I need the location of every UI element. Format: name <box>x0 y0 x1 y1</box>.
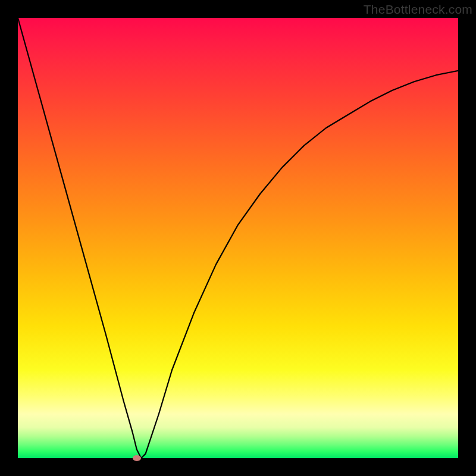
curve-layer <box>18 18 458 458</box>
watermark-text: TheBottleneck.com <box>364 2 472 17</box>
minimum-marker-icon <box>133 455 141 461</box>
chart-frame: TheBottleneck.com <box>0 0 476 476</box>
plot-area <box>18 18 458 458</box>
bottleneck-curve <box>18 18 458 458</box>
